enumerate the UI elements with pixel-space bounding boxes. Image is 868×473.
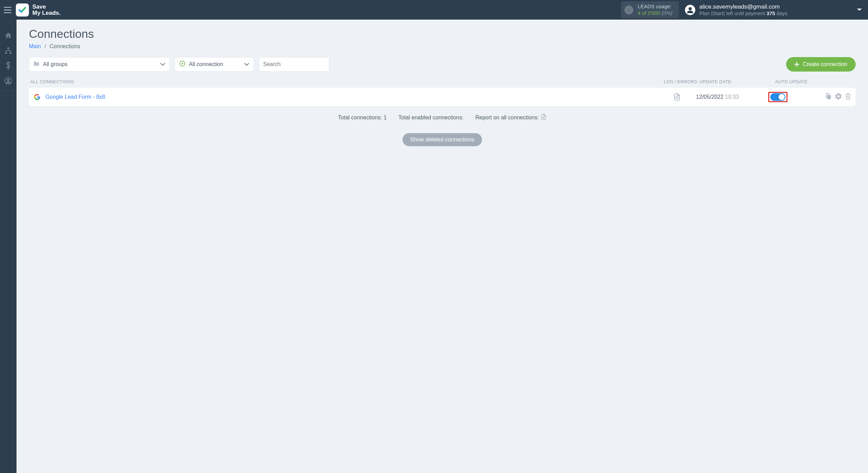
sidebar [0,20,17,473]
settings-button[interactable] [835,93,842,101]
delete-button[interactable] [845,93,851,101]
sitemap-icon [4,47,12,54]
connection-row: Google Lead Form - 8x8 12/05/2022 10:33 [29,88,856,106]
account-email: alice.savemyleads@gmail.com [699,3,787,10]
update-date: 12/05/2022 [696,94,724,100]
svg-rect-8 [827,95,831,99]
show-deleted-button[interactable]: Show deleted connections [403,133,482,146]
chevron-down-icon [244,61,249,67]
report-all-connections: Report on all connections: [475,114,546,121]
groups-select[interactable]: All groups [29,57,170,72]
home-icon [4,32,12,39]
total-enabled-connections: Total enabled connections: [398,115,463,121]
leads-of: of [642,10,646,16]
account-menu[interactable]: alice.savemyleads@gmail.com Plan |Start|… [685,3,862,17]
groups-select-label: All groups [43,61,67,67]
topbar: Save My Leads. LEADS usage: 4 of 2'000 (… [0,0,868,20]
filter-controls: All groups All connection Create connect… [29,57,856,72]
svg-rect-2 [7,47,9,49]
plan-days: 375 [767,10,775,16]
create-connection-button[interactable]: Create connection [786,57,856,72]
sidebar-item-account[interactable] [0,73,17,88]
header-update-date: Update date [699,79,772,84]
leads-used: 4 [637,10,640,16]
account-plan: Plan |Start| left until payment 375 days [699,10,787,17]
breadcrumb-current: Connections [50,43,80,49]
table-header: All connections Log / Errors Update date… [29,79,856,88]
leads-usage-panel: LEADS usage: 4 of 2'000 (0%) [621,1,678,19]
create-connection-label: Create connection [803,61,847,67]
sidebar-item-home[interactable] [0,28,17,43]
search-input[interactable] [263,61,325,67]
main-content: Connections Main / Connections All group… [17,20,868,473]
user-circle-icon [4,77,12,85]
sidebar-item-connections[interactable] [0,43,17,58]
brand-logo [16,3,29,17]
toggle-knob [779,94,785,100]
document-icon [674,93,681,101]
avatar-icon [685,5,695,15]
chevron-down-icon [856,8,862,12]
google-icon [34,94,41,100]
total-connections: Total connections: 1 [338,115,387,121]
svg-rect-3 [5,52,7,54]
chevron-down-icon [160,61,165,67]
document-icon [541,114,546,120]
update-date-cell: 12/05/2022 10:33 [696,94,768,100]
report-label: Report on all connections: [475,115,539,121]
trash-icon [845,93,851,100]
leads-usage-value: 4 of 2'000 (0%) [637,10,672,17]
total-connections-label: Total connections: [338,115,384,120]
breadcrumb-main-link[interactable]: Main [29,43,41,49]
sidebar-item-billing[interactable] [0,58,17,73]
header-log: Log / Errors [662,79,699,84]
header-all-connections: All connections [30,79,662,84]
brand-name: Save My Leads. [32,4,61,16]
highlight-annotation [768,92,787,102]
account-chevron [856,7,862,13]
leads-usage-label: LEADS usage: [637,3,672,10]
copy-button[interactable] [825,93,832,101]
connection-status-select[interactable]: All connection [175,57,254,72]
info-icon[interactable] [624,6,633,14]
plan-suffix: days [775,10,787,16]
copy-icon [825,93,832,100]
brand-line1: Save [32,4,61,10]
brand-line2: My Leads. [32,10,61,16]
summary-row: Total connections: 1 Total enabled conne… [29,114,856,121]
search-box[interactable] [259,57,329,72]
plan-name: |Start| [711,10,725,16]
report-button[interactable] [541,114,546,121]
svg-point-1 [688,7,692,10]
sidebar-divider [0,90,17,91]
hamburger-icon [4,7,11,13]
leads-total: 2'000 [648,10,660,16]
svg-rect-4 [10,52,11,54]
log-button[interactable] [658,93,696,101]
breadcrumb-separator: / [44,43,46,49]
menu-toggle-button[interactable] [3,5,12,15]
breadcrumb: Main / Connections [29,43,856,50]
plan-mid: left until payment [725,10,767,16]
auto-update-toggle[interactable] [770,93,785,101]
plan-prefix: Plan [699,10,711,16]
update-time: 10:33 [725,94,739,100]
leads-pct: (0%) [662,10,673,16]
connection-name-link[interactable]: Google Lead Form - 8x8 [45,94,105,100]
svg-point-6 [7,79,9,81]
total-connections-value: 1 [384,115,387,120]
page-title: Connections [29,27,856,41]
check-icon [18,6,27,14]
connection-select-label: All connection [189,61,223,67]
header-auto-update: Auto update [772,79,823,84]
gear-icon [835,93,842,100]
play-circle-icon [179,61,185,68]
folder-icon [33,61,40,68]
plus-icon [794,62,799,67]
dollar-icon [6,62,11,70]
